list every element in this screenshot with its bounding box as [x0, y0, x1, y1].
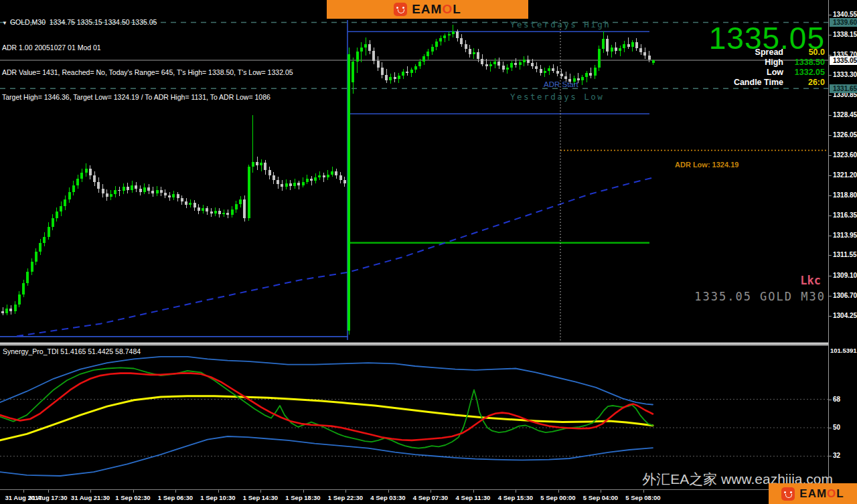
indicator-max-label: 101.5391: [830, 347, 857, 354]
rsi_price_line-line: [0, 367, 653, 448]
lkc-watermark: Lkc: [800, 274, 821, 287]
price-row-low: Low1332.05: [734, 68, 825, 78]
time-tick-label: 1 Sep 10:30: [200, 494, 235, 501]
price-tick: 1313.95: [829, 232, 857, 240]
adr-targets-line: Target High= 1346.36, Target Low= 1324.1…: [2, 93, 293, 101]
price-row-candle-time: Candle Time26:0: [734, 78, 825, 88]
price-tick: 1340.55: [829, 11, 857, 19]
time-tick-mark: [48, 490, 49, 493]
time-tick-label: 31 Aug 17:30: [28, 494, 67, 501]
level-price-marker: 1339.60: [830, 18, 857, 27]
adr-values-line: ADR Value= 1431, Reached= No, Today's Ra…: [2, 68, 293, 76]
time-tick-mark: [260, 490, 261, 493]
time-tick-label: 4 Sep 03:30: [370, 494, 405, 501]
upper_band-line: [0, 357, 653, 405]
price-tick: 1323.60: [829, 151, 857, 159]
time-tick-label: 4 Sep 11:30: [456, 494, 491, 501]
price-tick: 1328.45: [829, 111, 857, 119]
symbol-ohlc-line: ▼GOLD,M30 1334.75 1335.15 1334.50 1335.0…: [2, 18, 293, 27]
pane-separator[interactable]: [0, 342, 857, 346]
price-tick: 1338.15: [829, 31, 857, 39]
price-tick: 1311.55: [829, 251, 857, 259]
price-tick: 1333.30: [829, 71, 857, 79]
current-price-marker: 1335.05: [830, 56, 857, 65]
time-tick-mark: [175, 490, 176, 493]
row-label: Candle Time: [734, 78, 783, 87]
row-label: Low: [767, 68, 783, 77]
eamol-logo-bottom: EAMOL: [769, 483, 857, 504]
symbol-watermark: 1335.05 GOLD M30: [694, 290, 826, 303]
time-tick-mark: [345, 490, 346, 493]
time-tick-mark: [133, 490, 134, 493]
price-tick: 1304.25: [829, 312, 857, 320]
time-tick-mark: [23, 490, 24, 493]
row-value: 26:0: [783, 78, 825, 87]
indicator-tick: 68: [829, 396, 857, 404]
brand-name: EAMOL: [412, 2, 461, 17]
trade_signal_line-line: [0, 373, 653, 440]
ma-line: [17, 178, 653, 337]
row-value: 1332.05: [783, 68, 825, 77]
time-tick-label: 1 Sep 22:30: [328, 494, 363, 501]
time-tick-label: 4 Sep 07:30: [413, 494, 448, 501]
time-tick-mark: [388, 490, 389, 493]
eamol-banner: EAMOL: [327, 0, 528, 19]
price-tick: 1309.10: [829, 272, 857, 280]
time-axis[interactable]: 31 Aug 201731 Aug 17:3031 Aug 21:301 Sep…: [0, 489, 857, 504]
time-tick-label: 4 Sep 15:30: [498, 494, 533, 501]
time-tick-label: 31 Aug 21:30: [71, 494, 110, 501]
brand-name: EAMOL: [799, 487, 844, 501]
time-tick-mark: [218, 490, 219, 493]
price-axis[interactable]: 1340.551338.151335.701333.301330.851328.…: [828, 0, 857, 489]
row-label: High: [765, 58, 783, 67]
tdi-indicator-pane[interactable]: [0, 346, 828, 489]
market_base_line-line: [0, 396, 653, 440]
time-tick-mark: [516, 490, 516, 493]
price-tick: 1321.20: [829, 171, 857, 179]
tdi-indicator-title: Synergy_Pro_TDI 51.4165 51.4425 58.7484: [3, 347, 141, 355]
chart-info-block: ▼GOLD,M30 1334.75 1335.15 1334.50 1335.0…: [2, 1, 293, 118]
time-tick-mark: [303, 490, 304, 493]
price-tick: 1306.70: [829, 292, 857, 300]
yesterdays-high-label: Yesterdays High: [510, 19, 611, 29]
price-row-spread: Spread50.0: [734, 48, 825, 58]
level-price-marker: 1331.65: [830, 84, 857, 93]
indicator-tick: 32: [829, 452, 857, 460]
price-tick: 1318.80: [829, 191, 857, 199]
time-tick-label: 5 Sep 04:00: [583, 494, 618, 501]
price-row-high: High1338.50: [734, 58, 825, 68]
time-tick-label: 5 Sep 00:00: [540, 494, 575, 501]
adr-indicator-name: ADR 1.00 20051027 01 Mod 01: [2, 44, 293, 52]
time-tick-mark: [558, 490, 559, 493]
time-tick-label: 1 Sep 18:30: [285, 494, 320, 501]
row-label: Spread: [755, 48, 783, 57]
robot-icon: [781, 487, 795, 501]
robot-icon: [394, 3, 407, 16]
yesterdays-low-label: Yesterdays Low: [510, 92, 604, 102]
time-tick-mark: [473, 490, 474, 493]
symbol-dropdown-icon[interactable]: ▼: [2, 20, 7, 26]
time-tick-label: 1 Sep 14:30: [243, 494, 278, 501]
time-tick-label: 1 Sep 02:30: [115, 494, 150, 501]
price-tick: 1326.05: [829, 131, 857, 139]
time-tick-mark: [643, 490, 644, 493]
adr-low-label: ADR Low: 1324.19: [675, 161, 738, 169]
mt4-chart-window: ▼GOLD,M30 1334.75 1335.15 1334.50 1335.0…: [0, 0, 857, 504]
time-tick-mark: [431, 490, 431, 493]
indicator-tick: 50: [829, 424, 857, 432]
price-info-panel: Spread50.0High1338.50Low1332.05Candle Ti…: [734, 48, 825, 88]
row-value: 50.0: [783, 48, 825, 57]
time-tick-label: 1 Sep 06:30: [158, 494, 193, 501]
adr-start-label: ADR Start: [544, 80, 578, 88]
row-value: 1338.50: [783, 58, 825, 67]
time-tick-mark: [601, 490, 601, 493]
price-tick: 1316.35: [829, 212, 857, 220]
time-tick-mark: [90, 490, 91, 493]
time-tick-label: 5 Sep 08:00: [625, 494, 660, 501]
